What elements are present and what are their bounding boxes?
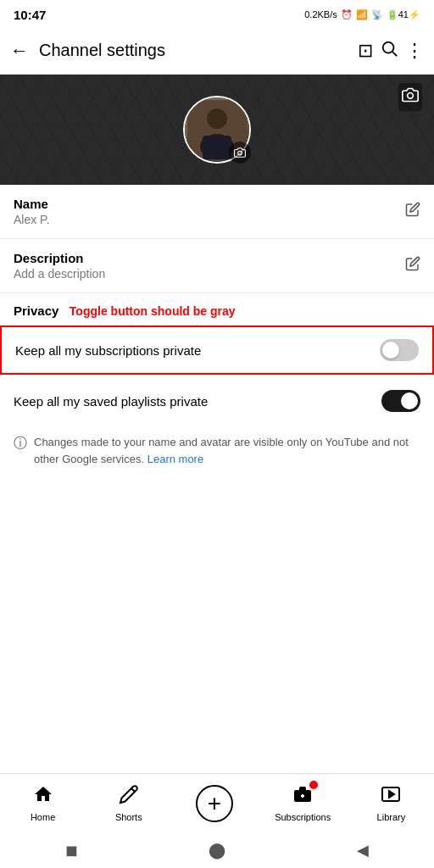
status-time: 10:47 xyxy=(14,8,46,22)
name-group: Name Alex P. xyxy=(14,197,405,226)
info-row: ⓘ Changes made to your name and avatar a… xyxy=(0,424,434,477)
description-group: Description Add a description xyxy=(14,251,405,281)
shorts-label: Shorts xyxy=(115,812,142,822)
toggle-thumb xyxy=(382,342,399,359)
home-label: Home xyxy=(31,812,55,822)
subscriptions-badge xyxy=(309,781,318,789)
search-button[interactable] xyxy=(380,39,398,63)
info-text: Changes made to your name and avatar are… xyxy=(34,434,420,467)
nav-item-library[interactable]: Library xyxy=(365,784,416,822)
banner-camera-button[interactable] xyxy=(398,83,422,111)
alarm-icon: ⏰ xyxy=(341,9,353,20)
description-label: Description xyxy=(14,251,405,265)
subscriptions-icon xyxy=(292,784,313,810)
bottom-navigation: Home Shorts + Subscriptions xyxy=(0,773,434,832)
playlists-toggle-row: Keep all my saved playlists private xyxy=(0,378,434,424)
learn-more-link[interactable]: Learn more xyxy=(147,453,203,465)
description-row: Description Add a description xyxy=(0,239,434,293)
playlists-toggle[interactable] xyxy=(381,390,420,412)
wifi-icon: 📡 xyxy=(371,9,383,20)
content-area: Name Alex P. Description Add a descripti… xyxy=(0,185,434,773)
privacy-warning: Toggle button should be gray xyxy=(70,304,236,318)
privacy-title: Privacy xyxy=(14,303,58,318)
playlists-toggle-label: Keep all my saved playlists private xyxy=(14,394,208,409)
toggle-thumb-on xyxy=(401,392,418,409)
shorts-icon xyxy=(119,784,139,810)
svg-rect-6 xyxy=(203,136,231,159)
svg-line-1 xyxy=(392,52,397,56)
android-nav-bar: ◼ ⬤ ◀ xyxy=(0,832,434,868)
svg-point-2 xyxy=(408,93,414,99)
library-label: Library xyxy=(377,812,406,822)
signal-icon: 📶 xyxy=(356,9,368,20)
battery-icon: 🔋41⚡ xyxy=(387,9,420,20)
avatar-container[interactable] xyxy=(183,96,251,164)
subscriptions-toggle-row: Keep all my subscriptions private xyxy=(0,326,434,375)
subscriptions-toggle-label: Keep all my subscriptions private xyxy=(15,343,201,358)
android-home-button[interactable]: ⬤ xyxy=(209,841,225,860)
svg-point-0 xyxy=(383,42,394,53)
android-back-button[interactable]: ◼ xyxy=(65,841,78,860)
nav-item-subscriptions[interactable]: Subscriptions xyxy=(275,784,331,822)
app-bar: ← Channel settings ⊡ ⋮ xyxy=(0,27,434,75)
privacy-header: Privacy Toggle button should be gray xyxy=(0,293,434,322)
svg-marker-12 xyxy=(389,791,394,798)
description-placeholder: Add a description xyxy=(14,267,405,281)
name-row: Name Alex P. xyxy=(0,185,434,239)
more-options-button[interactable]: ⋮ xyxy=(405,40,424,62)
library-icon xyxy=(381,784,401,810)
channel-banner xyxy=(0,75,434,185)
avatar-camera-icon[interactable] xyxy=(229,142,251,164)
status-icons: 0.2KB/s ⏰ 📶 📡 🔋41⚡ xyxy=(304,9,420,20)
edit-description-button[interactable] xyxy=(405,256,420,275)
subscriptions-toggle[interactable] xyxy=(380,339,419,361)
status-bar: 10:47 0.2KB/s ⏰ 📶 📡 🔋41⚡ xyxy=(0,0,434,27)
nav-item-add[interactable]: + xyxy=(189,785,240,822)
edit-name-button[interactable] xyxy=(405,202,420,221)
cast-button[interactable]: ⊡ xyxy=(358,40,373,62)
nav-item-home[interactable]: Home xyxy=(18,784,69,822)
plus-icon: + xyxy=(208,792,221,815)
name-value: Alex P. xyxy=(14,213,405,226)
back-button[interactable]: ← xyxy=(10,40,29,62)
name-label: Name xyxy=(14,197,405,211)
info-icon: ⓘ xyxy=(14,435,27,453)
subscriptions-label: Subscriptions xyxy=(275,812,331,822)
nav-item-shorts[interactable]: Shorts xyxy=(103,784,154,822)
svg-point-7 xyxy=(238,151,242,155)
home-icon xyxy=(33,784,53,810)
android-recents-button[interactable]: ◀ xyxy=(357,841,369,860)
add-button[interactable]: + xyxy=(196,785,233,822)
svg-point-4 xyxy=(207,108,227,129)
network-speed: 0.2KB/s xyxy=(304,9,337,19)
info-message: Changes made to your name and avatar are… xyxy=(34,436,409,465)
page-title: Channel settings xyxy=(39,41,351,60)
